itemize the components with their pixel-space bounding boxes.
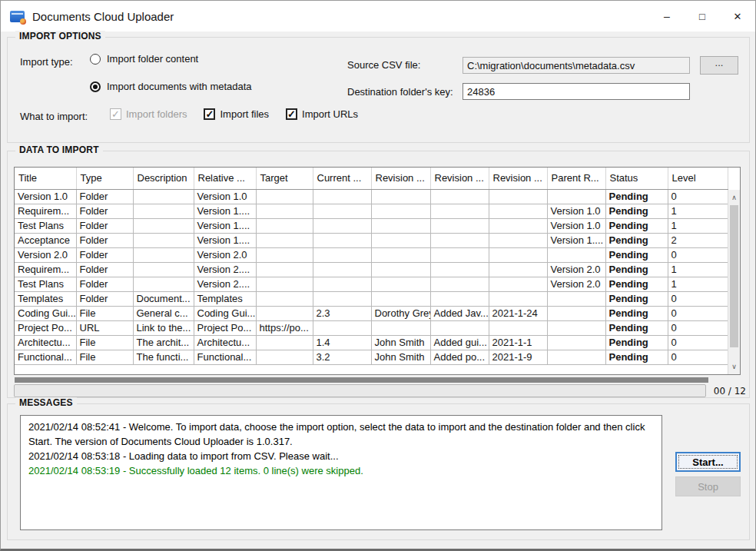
table-cell: Folder	[76, 189, 133, 204]
start-button[interactable]: Start...	[675, 452, 741, 472]
group-title: MESSAGES	[15, 397, 77, 408]
table-cell	[489, 291, 547, 306]
table-row[interactable]: Requirem...FolderVersion 2....Version 2.…	[15, 262, 728, 277]
table-cell: Pending	[605, 320, 668, 335]
table-cell: File	[76, 306, 133, 320]
column-header[interactable]: Parent R...	[547, 168, 605, 189]
maximize-icon[interactable]: □	[685, 1, 720, 32]
column-header[interactable]: Description	[133, 168, 194, 189]
column-header[interactable]: Relative ...	[194, 168, 256, 189]
table-cell: The archit...	[133, 335, 194, 350]
checkbox-import-files[interactable]: ✓Import files	[204, 108, 269, 120]
messages-log[interactable]: 2021/02/14 08:52:41 - Welcome. To import…	[20, 415, 662, 530]
checkbox-import-urls[interactable]: ✓Import URLs	[286, 108, 358, 120]
table-row[interactable]: Version 1.0FolderVersion 1.0Pending0	[15, 189, 728, 204]
column-header[interactable]: Status	[605, 168, 668, 189]
source-csv-input	[463, 57, 690, 74]
table-row[interactable]: Requirem...FolderVersion 1....Version 1.…	[15, 204, 728, 218]
column-header[interactable]: Revision ...	[430, 168, 489, 189]
column-header[interactable]: Target	[256, 168, 313, 189]
table-cell: Coding Gui...	[194, 306, 256, 320]
column-header[interactable]: Level	[668, 168, 728, 189]
table-row[interactable]: Project Po...URLLink to the...Project Po…	[15, 320, 728, 335]
table-cell	[547, 335, 605, 350]
table-cell: Pending	[605, 189, 668, 204]
table-cell: Version 2.0	[547, 277, 605, 291]
table-cell: Requirem...	[15, 262, 76, 277]
app-window: Documents Cloud Uploader – □ ✕ IMPORT OP…	[0, 0, 756, 551]
table-cell: Requirem...	[15, 204, 76, 218]
table-cell	[313, 247, 371, 262]
table-cell	[313, 262, 371, 277]
checkbox-label: Import files	[220, 108, 269, 120]
table-cell	[256, 291, 313, 306]
table-cell	[371, 291, 430, 306]
message-line: 2021/02/14 08:53:19 - Successfully loade…	[28, 463, 654, 478]
messages-group: MESSAGES 2021/02/14 08:52:41 - Welcome. …	[7, 403, 750, 540]
destination-key-input[interactable]	[463, 83, 690, 100]
table-cell: 0	[668, 247, 728, 262]
table-cell	[313, 218, 371, 233]
close-icon[interactable]: ✕	[720, 1, 755, 32]
radio-label: Import documents with metadata	[107, 81, 252, 92]
table-cell: Added gui...	[430, 335, 489, 350]
table-cell	[133, 247, 194, 262]
table-cell	[313, 291, 371, 306]
table-cell	[371, 233, 430, 247]
vertical-scroll-thumb[interactable]	[730, 205, 738, 347]
horizontal-scroll-thumb[interactable]	[15, 377, 708, 383]
table-cell: 0	[668, 350, 728, 364]
table-cell: Pending	[605, 247, 668, 262]
minimize-icon[interactable]: –	[649, 1, 685, 32]
table-cell	[256, 277, 313, 291]
table-cell	[256, 306, 313, 320]
scroll-down-icon[interactable]: ∨	[728, 360, 740, 373]
table-cell	[547, 247, 605, 262]
radio-import-documents-metadata[interactable]: Import documents with metadata	[90, 81, 252, 92]
table-cell	[256, 247, 313, 262]
table-cell: File	[76, 335, 133, 350]
table-cell: Pending	[605, 204, 668, 218]
column-header[interactable]: Current ...	[313, 168, 371, 189]
table-cell	[547, 189, 605, 204]
radio-import-folder-content[interactable]: Import folder content	[90, 53, 198, 65]
table-cell	[371, 262, 430, 277]
column-header[interactable]: Title	[15, 168, 76, 189]
table-cell: Version 1....	[194, 233, 256, 247]
table-cell	[371, 277, 430, 291]
column-header[interactable]: Revision ...	[489, 168, 547, 189]
checkbox-check-icon[interactable]: ✓	[204, 108, 215, 120]
title-bar[interactable]: Documents Cloud Uploader – □ ✕	[1, 1, 755, 32]
table-row[interactable]: AcceptanceFolderVersion 1....Version 1..…	[15, 233, 728, 247]
column-header[interactable]: Type	[76, 168, 133, 189]
table-cell: https://po...	[256, 320, 313, 335]
table-row[interactable]: TemplatesFolderDocument...TemplatesPendi…	[15, 291, 728, 306]
group-title: DATA TO IMPORT	[15, 144, 103, 155]
checkbox-label: Import URLs	[302, 108, 358, 120]
table-row[interactable]: Test PlansFolderVersion 1....Version 1.0…	[15, 218, 728, 233]
table-cell	[256, 204, 313, 218]
radio-checked-icon[interactable]	[90, 81, 101, 92]
table-row[interactable]: Version 2.0FolderVersion 2.0Pending0	[15, 247, 728, 262]
table-cell	[256, 262, 313, 277]
browse-button[interactable]: ...	[700, 56, 738, 75]
table-row[interactable]: Test PlansFolderVersion 2....Version 2.0…	[15, 277, 728, 291]
table-row[interactable]: Architectu...FileThe archit...Architectu…	[15, 335, 728, 350]
table-row[interactable]: Coding Gui...FileGeneral c...Coding Gui.…	[15, 306, 728, 320]
table-row[interactable]: Functional...FileThe functi...Functional…	[15, 350, 728, 364]
import-items-table: TitleTypeDescriptionRelative ...TargetCu…	[15, 168, 728, 365]
table-cell: Templates	[15, 291, 76, 306]
radio-icon[interactable]	[90, 54, 101, 65]
data-to-import-group: DATA TO IMPORT TitleTypeDescriptionRelat…	[7, 151, 750, 398]
column-header[interactable]: Revision ...	[371, 168, 430, 189]
table-cell: Folder	[76, 247, 133, 262]
scroll-up-icon[interactable]: ∧	[728, 191, 740, 204]
table-cell: Version 2.0	[15, 247, 76, 262]
table-cell: Version 1.0	[15, 189, 76, 204]
table-cell	[313, 204, 371, 218]
message-line: 2021/02/14 08:53:18 - Loading data to im…	[28, 449, 654, 463]
vertical-scrollbar[interactable]: ∧ ∨	[728, 190, 740, 374]
table-cell: Folder	[76, 204, 133, 218]
horizontal-scrollbar[interactable]	[14, 377, 741, 383]
checkbox-check-icon[interactable]: ✓	[286, 108, 297, 120]
